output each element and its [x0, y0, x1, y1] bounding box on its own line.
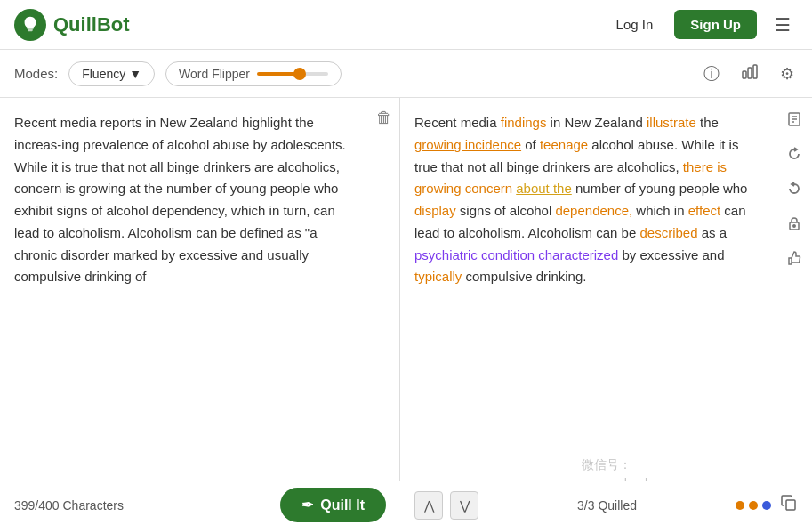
svg-rect-3: [748, 68, 752, 78]
quill-icon: ✒: [301, 497, 313, 513]
signup-button[interactable]: Sign Up: [674, 10, 757, 39]
right-text-content: Recent media findings in New Zealand ill…: [414, 115, 747, 284]
dot-1: [736, 501, 744, 510]
login-button[interactable]: Log In: [606, 12, 664, 37]
delete-button[interactable]: 🗑: [376, 109, 392, 127]
toolbar-right: ⓘ ⚙: [700, 59, 798, 88]
copy-button[interactable]: [780, 494, 798, 516]
svg-rect-4: [753, 65, 757, 78]
svg-point-1: [31, 21, 33, 23]
header: QuillBot Log In Sign Up ☰: [0, 0, 812, 50]
new-doc-button[interactable]: [784, 109, 805, 134]
slider-thumb: [293, 68, 306, 80]
right-action-icons: [784, 109, 805, 273]
nav-buttons: ⋀ ⋁: [414, 491, 478, 520]
quill-btn-label: Quill It: [320, 497, 365, 513]
hamburger-menu-button[interactable]: ☰: [768, 11, 798, 39]
logo-text: QuillBot: [53, 13, 130, 36]
dot-2: [749, 501, 758, 510]
thumbs-up-button[interactable]: [784, 247, 805, 273]
right-panel: Recent media findings in New Zealand ill…: [400, 98, 812, 525]
stats-button[interactable]: [737, 59, 762, 88]
svg-point-10: [793, 225, 795, 227]
next-quill-button[interactable]: ⋁: [450, 491, 478, 520]
svg-rect-11: [786, 500, 795, 510]
refresh-button[interactable]: [784, 143, 805, 169]
settings-button[interactable]: ⚙: [776, 61, 798, 87]
fluency-mode-button[interactable]: Fluency ▼: [68, 61, 155, 86]
dots-indicator: [736, 501, 771, 510]
toolbar-left: Modes: Fluency ▼ Word Flipper: [14, 61, 342, 86]
prev-quill-button[interactable]: ⋀: [414, 491, 443, 520]
dot-3: [762, 501, 771, 510]
chevron-down-icon: ▼: [129, 67, 141, 81]
undo-button[interactable]: [784, 178, 805, 204]
bottom-left-bar: 399/400 Characters ✒ Quill It: [0, 481, 400, 525]
quilled-count: 3/3 Quilled: [577, 498, 637, 513]
char-count: 399/400 Characters: [14, 498, 124, 513]
left-text-area[interactable]: 🗑 Recent media reports in New Zealand hi…: [0, 98, 399, 525]
svg-rect-2: [743, 71, 746, 78]
toolbar: Modes: Fluency ▼ Word Flipper ⓘ ⚙: [0, 50, 812, 98]
header-right: Log In Sign Up ☰: [606, 10, 798, 39]
help-button[interactable]: ⓘ: [700, 60, 723, 88]
word-flipper-label: Word Flipper: [179, 67, 250, 81]
logo-icon: [14, 9, 46, 41]
left-text-content: Recent media reports in New Zealand high…: [14, 115, 346, 284]
bottom-right-bar: ⋀ ⋁ 3/3 Quilled: [400, 481, 812, 525]
right-text-area[interactable]: Recent media findings in New Zealand ill…: [400, 98, 812, 525]
bottom-right-actions: [736, 494, 798, 516]
word-flipper-slider[interactable]: [257, 72, 328, 76]
svg-point-0: [28, 21, 29, 23]
lock-button[interactable]: [784, 213, 805, 238]
header-left: QuillBot: [14, 9, 130, 41]
modes-label: Modes:: [14, 66, 58, 81]
word-flipper-control[interactable]: Word Flipper: [165, 61, 342, 86]
left-panel: 🗑 Recent media reports in New Zealand hi…: [0, 98, 400, 525]
quill-it-button[interactable]: ✒ Quill It: [280, 488, 386, 522]
